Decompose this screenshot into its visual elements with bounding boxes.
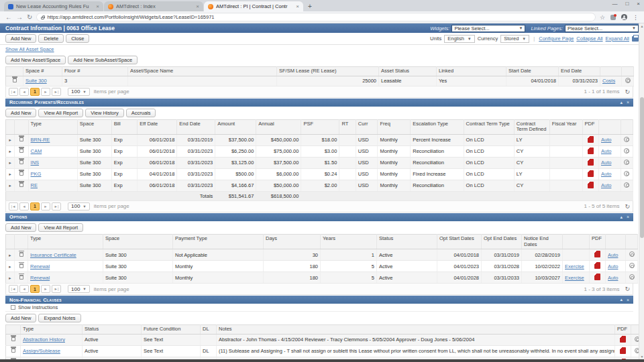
pdf-icon[interactable]	[588, 159, 594, 166]
gear-icon[interactable]	[629, 274, 635, 280]
gear-icon[interactable]	[629, 251, 635, 257]
auto-link[interactable]: Auto	[601, 160, 611, 166]
col-future-condition[interactable]: Future Condition	[142, 325, 201, 335]
col-pdf[interactable]: PDF	[590, 234, 606, 249]
col-opt-start[interactable]: Opt Start Dates	[437, 234, 482, 249]
profile-avatar[interactable]	[621, 14, 627, 20]
payment-type-link[interactable]: CAM	[31, 148, 42, 154]
gear-icon[interactable]	[624, 148, 629, 154]
option-type-link[interactable]: Insurance Certificate	[30, 252, 76, 258]
col-contract-term-defined[interactable]: Contract Term Defined	[514, 119, 549, 134]
payments-view-all-report-button[interactable]: View All Report	[38, 109, 83, 117]
payment-row[interactable]: ▸ BRN-RE Suite 300 Exp 06/01/2018 03/31/…	[6, 134, 633, 145]
col-fiscal-year[interactable]: Fiscal Year	[549, 119, 582, 134]
window-close-button[interactable]: ×	[637, 1, 640, 7]
units-select[interactable]: English ▼	[444, 35, 475, 43]
col-floor[interactable]: Floor #	[62, 67, 128, 76]
trash-icon[interactable]	[19, 263, 23, 268]
clause-type-link[interactable]: Assign/Sublease	[23, 348, 60, 354]
prev-page-button[interactable]: ◄	[19, 202, 29, 210]
expand-all-link[interactable]: Expand All	[606, 36, 629, 42]
gear-icon[interactable]	[625, 78, 631, 83]
col-notice-end[interactable]: Notice End Dates	[522, 234, 563, 249]
browser-tab-3-active[interactable]: AMTdirect : PI | Contract | Contr ×	[204, 1, 303, 11]
col-notes[interactable]: Notes	[217, 325, 615, 335]
col-opt-end[interactable]: Opt End Dates	[482, 234, 522, 249]
payment-row[interactable]: ▸ PKG Suite 300 Exp 04/01/2018 03/31/202…	[6, 168, 633, 180]
last-page-button[interactable]: ►|	[52, 202, 61, 210]
col-annual[interactable]: Annual	[256, 119, 301, 134]
trash-icon[interactable]	[13, 78, 17, 82]
current-page[interactable]: 1	[30, 88, 40, 96]
close-section-icon[interactable]: ×	[627, 215, 629, 219]
tab-close-icon[interactable]: ×	[296, 3, 299, 9]
costs-link[interactable]: Costs	[602, 78, 615, 84]
auto-link[interactable]: Auto	[608, 252, 618, 258]
gear-icon[interactable]	[624, 137, 629, 142]
expand-row-icon[interactable]: ▸	[9, 253, 11, 257]
option-row[interactable]: ▸ Renewal Suite 300 Monthly 180 5 Active…	[6, 272, 638, 284]
new-tab-button[interactable]: +	[308, 3, 312, 11]
col-space[interactable]: Space	[103, 234, 173, 249]
gear-icon[interactable]	[624, 160, 629, 165]
gear-icon[interactable]	[624, 182, 629, 188]
option-row[interactable]: ▸ Insurance Certificate Suite 300 Not Ap…	[6, 249, 638, 261]
clause-row[interactable]: Assign/Sublease Active See Text DL (11) …	[6, 345, 643, 357]
configure-page-link[interactable]: Configure Page	[539, 36, 574, 42]
payment-row[interactable]: ▸ RE Suite 300 Exp 06/01/2018 03/31/2023…	[6, 180, 633, 191]
col-type[interactable]: Type	[28, 119, 77, 134]
page-scrollbar[interactable]: ▲ ▼	[639, 23, 644, 362]
col-type[interactable]: Type	[28, 234, 103, 249]
clause-type-link[interactable]: Abstraction History	[23, 337, 65, 343]
trash-icon[interactable]	[19, 182, 23, 187]
add-new-asset-space-button[interactable]: Add New Asset/Space	[5, 56, 66, 64]
trash-icon[interactable]	[19, 171, 23, 176]
col-end[interactable]: End Date	[559, 67, 600, 76]
exercise-link[interactable]: Exercise	[565, 275, 584, 281]
page-size-select[interactable]: 100▼	[68, 202, 90, 210]
scrollbar-thumb[interactable]	[640, 97, 644, 238]
expand-row-icon[interactable]: ▸	[9, 137, 11, 142]
col-payment-type[interactable]: Payment Type	[173, 234, 264, 249]
col-status[interactable]: Status	[83, 325, 142, 335]
pdf-icon[interactable]	[620, 336, 626, 343]
auto-link[interactable]: Auto	[601, 148, 611, 154]
col-contract-term-type[interactable]: Contract Term Type	[464, 119, 514, 134]
pdf-icon[interactable]	[620, 347, 626, 354]
bookmark-star-icon[interactable]: ☆	[600, 14, 605, 21]
payments-accruals-button[interactable]: Accruals	[126, 109, 156, 117]
col-freq[interactable]: Freq	[378, 119, 411, 134]
current-page[interactable]: 1	[30, 202, 40, 210]
clauses-expand-notes-button[interactable]: Expand Notes	[38, 314, 80, 322]
trash-icon[interactable]	[19, 252, 23, 257]
clauses-add-new-button[interactable]: Add New	[5, 314, 36, 322]
window-minimize-button[interactable]: —	[612, 1, 617, 7]
close-section-icon[interactable]: ×	[627, 100, 629, 105]
payments-add-new-button[interactable]: Add New	[5, 109, 36, 117]
next-page-button[interactable]: ►	[41, 202, 50, 210]
show-all-asset-space-link[interactable]: Show All Asset Space	[5, 46, 54, 52]
pdf-icon[interactable]	[594, 274, 600, 280]
option-type-link[interactable]: Renewal	[30, 275, 50, 281]
prev-page-button[interactable]: ◄	[19, 88, 29, 96]
payment-type-link[interactable]: BRN-RE	[31, 137, 50, 143]
page-size-select[interactable]: 100▼	[68, 88, 90, 96]
auto-link[interactable]: Auto	[608, 263, 618, 269]
pdf-icon[interactable]	[594, 251, 600, 257]
payment-type-link[interactable]: PKG	[31, 171, 42, 177]
payments-view-history-button[interactable]: View History	[85, 109, 124, 117]
auto-link[interactable]: Auto	[601, 137, 611, 143]
browser-tab-2[interactable]: AMTdirect : Index ×	[104, 1, 203, 11]
col-psf[interactable]: PSF	[301, 119, 339, 134]
window-maximize-button[interactable]: □	[625, 1, 629, 7]
first-page-button[interactable]: |◄	[9, 88, 18, 96]
col-type[interactable]: Type	[21, 325, 83, 335]
col-space[interactable]: Space #	[23, 67, 62, 76]
scroll-up-icon[interactable]: ▲	[639, 23, 644, 29]
pdf-icon[interactable]	[588, 147, 594, 154]
auto-link[interactable]: Auto	[601, 171, 611, 177]
show-instructions-checkbox[interactable]	[11, 305, 15, 310]
trash-icon[interactable]	[11, 337, 15, 341]
trash-icon[interactable]	[19, 160, 23, 164]
address-input[interactable]: https://app.amtdirect.com/PortfolioInsig…	[36, 13, 596, 21]
